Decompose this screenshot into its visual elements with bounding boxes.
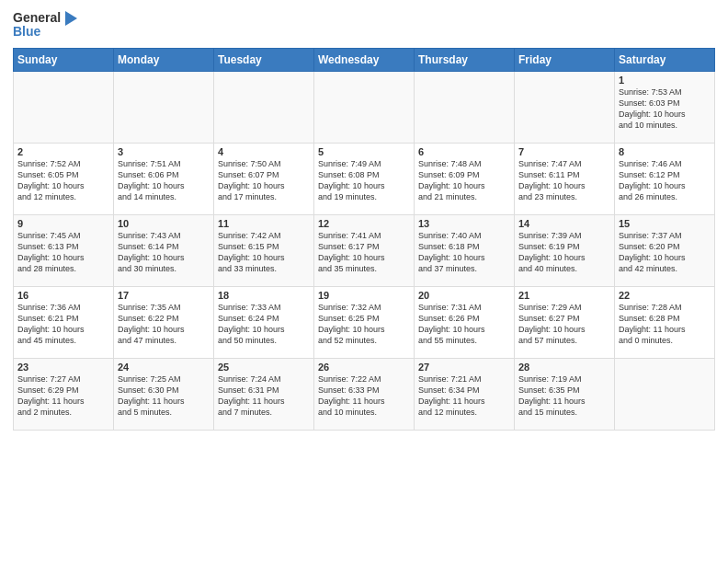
day-info: Sunrise: 7:32 AM Sunset: 6:25 PM Dayligh… — [318, 302, 410, 347]
calendar-table: SundayMondayTuesdayWednesdayThursdayFrid… — [13, 48, 715, 431]
header: GeneralBlue — [13, 9, 715, 40]
day-number: 20 — [418, 290, 510, 301]
day-cell: 6Sunrise: 7:48 AM Sunset: 6:09 PM Daylig… — [415, 144, 515, 215]
day-info: Sunrise: 7:24 AM Sunset: 6:31 PM Dayligh… — [218, 373, 310, 419]
day-number: 17 — [118, 290, 210, 301]
day-number: 25 — [218, 362, 310, 373]
day-cell: 21Sunrise: 7:29 AM Sunset: 6:27 PM Dayli… — [515, 287, 615, 359]
day-info: Sunrise: 7:40 AM Sunset: 6:18 PM Dayligh… — [418, 230, 510, 275]
day-number: 12 — [318, 218, 410, 229]
day-cell: 15Sunrise: 7:37 AM Sunset: 6:20 PM Dayli… — [615, 215, 715, 287]
day-cell: 10Sunrise: 7:43 AM Sunset: 6:14 PM Dayli… — [114, 215, 214, 287]
day-cell: 16Sunrise: 7:36 AM Sunset: 6:21 PM Dayli… — [14, 287, 114, 359]
day-cell: 28Sunrise: 7:19 AM Sunset: 6:35 PM Dayli… — [515, 359, 615, 431]
day-info: Sunrise: 7:19 AM Sunset: 6:35 PM Dayligh… — [518, 373, 610, 419]
day-info: Sunrise: 7:22 AM Sunset: 6:33 PM Dayligh… — [318, 373, 410, 419]
weekday-header-wednesday: Wednesday — [314, 49, 415, 72]
day-info: Sunrise: 7:27 AM Sunset: 6:29 PM Dayligh… — [17, 373, 109, 419]
week-row-3: 9Sunrise: 7:45 AM Sunset: 6:13 PM Daylig… — [14, 215, 715, 287]
day-info: Sunrise: 7:45 AM Sunset: 6:13 PM Dayligh… — [17, 230, 109, 275]
day-cell: 22Sunrise: 7:28 AM Sunset: 6:28 PM Dayli… — [615, 287, 715, 359]
day-info: Sunrise: 7:43 AM Sunset: 6:14 PM Dayligh… — [118, 230, 210, 275]
day-number: 14 — [518, 218, 610, 229]
day-info: Sunrise: 7:35 AM Sunset: 6:22 PM Dayligh… — [118, 302, 210, 347]
weekday-header-saturday: Saturday — [615, 49, 715, 72]
day-number: 18 — [218, 290, 310, 301]
day-info: Sunrise: 7:47 AM Sunset: 6:11 PM Dayligh… — [518, 158, 610, 203]
day-info: Sunrise: 7:41 AM Sunset: 6:17 PM Dayligh… — [318, 230, 410, 275]
svg-text:General: General — [13, 10, 61, 25]
day-cell: 1Sunrise: 7:53 AM Sunset: 6:03 PM Daylig… — [615, 72, 715, 144]
day-cell: 26Sunrise: 7:22 AM Sunset: 6:33 PM Dayli… — [314, 359, 415, 431]
day-info: Sunrise: 7:33 AM Sunset: 6:24 PM Dayligh… — [218, 302, 310, 347]
day-info: Sunrise: 7:42 AM Sunset: 6:15 PM Dayligh… — [218, 230, 310, 275]
day-number: 16 — [17, 290, 109, 301]
day-number: 26 — [318, 362, 410, 373]
day-cell: 11Sunrise: 7:42 AM Sunset: 6:15 PM Dayli… — [214, 215, 314, 287]
day-info: Sunrise: 7:39 AM Sunset: 6:19 PM Dayligh… — [518, 230, 610, 275]
day-info: Sunrise: 7:36 AM Sunset: 6:21 PM Dayligh… — [17, 302, 109, 347]
day-number: 4 — [218, 146, 310, 157]
day-cell: 9Sunrise: 7:45 AM Sunset: 6:13 PM Daylig… — [14, 215, 114, 287]
logo: GeneralBlue — [13, 9, 77, 40]
day-cell — [214, 72, 314, 144]
day-info: Sunrise: 7:28 AM Sunset: 6:28 PM Dayligh… — [619, 302, 711, 347]
day-cell: 24Sunrise: 7:25 AM Sunset: 6:30 PM Dayli… — [114, 359, 214, 431]
weekday-header-thursday: Thursday — [415, 49, 515, 72]
day-cell — [314, 72, 415, 144]
day-cell: 7Sunrise: 7:47 AM Sunset: 6:11 PM Daylig… — [515, 144, 615, 215]
day-info: Sunrise: 7:37 AM Sunset: 6:20 PM Dayligh… — [619, 230, 711, 275]
day-number: 10 — [118, 218, 210, 229]
day-cell: 19Sunrise: 7:32 AM Sunset: 6:25 PM Dayli… — [314, 287, 415, 359]
weekday-header-monday: Monday — [114, 49, 214, 72]
day-number: 7 — [518, 146, 610, 157]
day-number: 9 — [17, 218, 109, 229]
day-cell — [615, 359, 715, 431]
day-info: Sunrise: 7:52 AM Sunset: 6:05 PM Dayligh… — [17, 158, 109, 203]
day-number: 28 — [518, 362, 610, 373]
day-info: Sunrise: 7:29 AM Sunset: 6:27 PM Dayligh… — [518, 302, 610, 347]
day-info: Sunrise: 7:46 AM Sunset: 6:12 PM Dayligh… — [619, 158, 711, 203]
day-number: 2 — [17, 146, 109, 157]
weekday-header-row: SundayMondayTuesdayWednesdayThursdayFrid… — [14, 49, 715, 72]
day-cell: 3Sunrise: 7:51 AM Sunset: 6:06 PM Daylig… — [114, 144, 214, 215]
day-cell: 14Sunrise: 7:39 AM Sunset: 6:19 PM Dayli… — [515, 215, 615, 287]
day-cell: 17Sunrise: 7:35 AM Sunset: 6:22 PM Dayli… — [114, 287, 214, 359]
day-info: Sunrise: 7:51 AM Sunset: 6:06 PM Dayligh… — [118, 158, 210, 203]
day-info: Sunrise: 7:53 AM Sunset: 6:03 PM Dayligh… — [619, 86, 711, 132]
day-cell: 2Sunrise: 7:52 AM Sunset: 6:05 PM Daylig… — [14, 144, 114, 215]
day-info: Sunrise: 7:31 AM Sunset: 6:26 PM Dayligh… — [418, 302, 510, 347]
week-row-1: 1Sunrise: 7:53 AM Sunset: 6:03 PM Daylig… — [14, 72, 715, 144]
day-cell — [515, 72, 615, 144]
day-number: 3 — [118, 146, 210, 157]
day-cell: 8Sunrise: 7:46 AM Sunset: 6:12 PM Daylig… — [615, 144, 715, 215]
day-cell: 20Sunrise: 7:31 AM Sunset: 6:26 PM Dayli… — [415, 287, 515, 359]
day-number: 11 — [218, 218, 310, 229]
day-cell: 12Sunrise: 7:41 AM Sunset: 6:17 PM Dayli… — [314, 215, 415, 287]
day-cell: 27Sunrise: 7:21 AM Sunset: 6:34 PM Dayli… — [415, 359, 515, 431]
day-number: 24 — [118, 362, 210, 373]
day-number: 22 — [619, 290, 711, 301]
day-number: 27 — [418, 362, 510, 373]
day-number: 8 — [619, 146, 711, 157]
day-cell: 23Sunrise: 7:27 AM Sunset: 6:29 PM Dayli… — [14, 359, 114, 431]
logo-svg: GeneralBlue — [13, 9, 77, 40]
day-cell: 13Sunrise: 7:40 AM Sunset: 6:18 PM Dayli… — [415, 215, 515, 287]
day-cell: 25Sunrise: 7:24 AM Sunset: 6:31 PM Dayli… — [214, 359, 314, 431]
day-number: 15 — [619, 218, 711, 229]
day-number: 19 — [318, 290, 410, 301]
svg-marker-2 — [65, 11, 77, 26]
day-cell: 5Sunrise: 7:49 AM Sunset: 6:08 PM Daylig… — [314, 144, 415, 215]
day-number: 5 — [318, 146, 410, 157]
day-number: 13 — [418, 218, 510, 229]
day-info: Sunrise: 7:21 AM Sunset: 6:34 PM Dayligh… — [418, 373, 510, 419]
day-number: 21 — [518, 290, 610, 301]
day-cell: 4Sunrise: 7:50 AM Sunset: 6:07 PM Daylig… — [214, 144, 314, 215]
week-row-4: 16Sunrise: 7:36 AM Sunset: 6:21 PM Dayli… — [14, 287, 715, 359]
week-row-2: 2Sunrise: 7:52 AM Sunset: 6:05 PM Daylig… — [14, 144, 715, 215]
weekday-header-tuesday: Tuesday — [214, 49, 314, 72]
day-number: 1 — [619, 75, 711, 86]
day-info: Sunrise: 7:49 AM Sunset: 6:08 PM Dayligh… — [318, 158, 410, 203]
weekday-header-sunday: Sunday — [14, 49, 114, 72]
day-number: 23 — [17, 362, 109, 373]
